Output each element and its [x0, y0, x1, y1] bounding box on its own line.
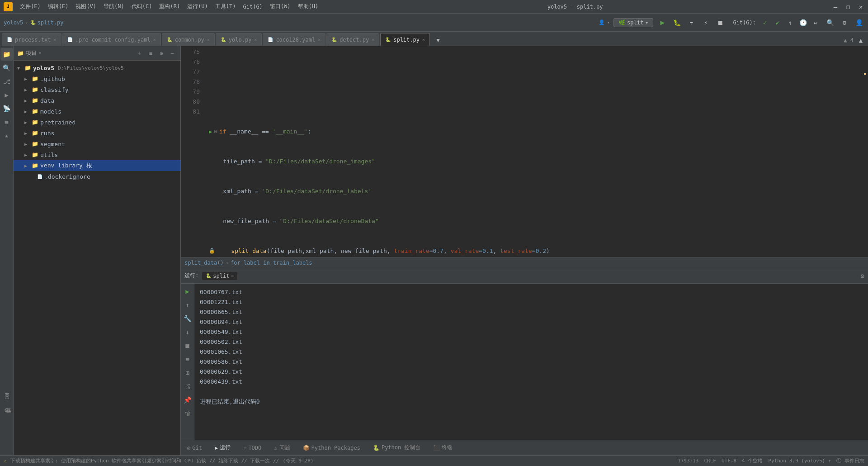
tab-split-py[interactable]: 🐍 split.py ✕ — [380, 33, 430, 46]
tab-close-yolo[interactable]: ✕ — [254, 37, 257, 42]
sidebar-git-icon[interactable]: ⎇ — [0, 75, 13, 88]
run-gutter-icon[interactable]: ▶ — [209, 127, 212, 137]
tab-more-button[interactable]: ▼ — [433, 35, 443, 46]
tree-item-github[interactable]: ▶ 📁 .github — [14, 73, 180, 84]
run-stop-button[interactable]: ■ — [182, 340, 193, 352]
debug-button[interactable]: 🐛 — [671, 17, 682, 28]
bottom-tab-problems[interactable]: ⚠ 问题 — [271, 442, 292, 453]
tab-close-detect[interactable]: ✕ — [372, 37, 374, 42]
coverage-button[interactable]: ☂ — [686, 17, 697, 28]
run-wrench-button[interactable]: 🔧 — [182, 313, 193, 324]
menu-run[interactable]: 运行(U) — [187, 3, 208, 10]
git-check-icon[interactable]: ✓ — [760, 17, 770, 28]
sidebar-project-icon[interactable]: 📁 — [0, 48, 13, 61]
sidebar-structure-icon[interactable]: ≡ — [0, 116, 13, 128]
code-editor[interactable]: ▶ ⊟ if __name__ == '__main__' : file_pat… — [203, 46, 862, 257]
status-indent[interactable]: 4 个空格 — [742, 457, 763, 464]
menu-help[interactable]: 帮助(H) — [298, 3, 319, 10]
tree-item-models[interactable]: ▶ 📁 models — [14, 106, 180, 117]
tab-precommit[interactable]: 📄 .pre-commit-config.yaml ✕ — [62, 33, 161, 46]
tree-add-button[interactable]: + — [135, 49, 144, 58]
tree-dropdown-icon[interactable]: ▾ — [38, 50, 42, 56]
git-revert-icon[interactable]: ↩ — [810, 17, 821, 28]
run-tab-close[interactable]: ✕ — [231, 273, 234, 278]
settings-button[interactable]: ⚙ — [839, 17, 850, 28]
tab-close-coco[interactable]: ✕ — [318, 37, 321, 42]
tree-item-runs[interactable]: ▶ 📁 runs — [14, 128, 180, 138]
branch-button[interactable]: 🌿 split ▾ — [613, 18, 653, 27]
bottom-tab-terminal[interactable]: ⬛ 终端 — [430, 442, 455, 453]
menu-nav[interactable]: 导航(N) — [104, 3, 124, 10]
tab-close-split[interactable]: ✕ — [422, 37, 425, 42]
tab-yolo-py[interactable]: 🐍 yolo.py ✕ — [216, 33, 262, 46]
git-history-icon[interactable]: 🕐 — [797, 17, 808, 28]
sidebar-remote-icon[interactable]: 📡 — [0, 102, 13, 115]
tab-common-py[interactable]: 🐍 common.py ✕ — [162, 33, 215, 46]
run-play-button[interactable]: ▶ — [182, 285, 193, 297]
run-pin-button[interactable]: 📌 — [182, 394, 193, 406]
close-button[interactable]: ✕ — [857, 3, 864, 10]
menu-edit[interactable]: 编辑(E) — [48, 3, 69, 10]
tree-item-segment[interactable]: ▶ 📁 segment — [14, 138, 180, 149]
git-tick-icon[interactable]: ✔ — [772, 17, 783, 28]
tree-item-pretrained[interactable]: ▶ 📁 pretrained — [14, 117, 180, 128]
menu-file[interactable]: 文件(E) — [20, 3, 41, 10]
sidebar-favorites-icon[interactable]: ★ — [0, 129, 13, 142]
bottom-tab-todo[interactable]: ≡ TODO — [241, 443, 264, 453]
run-button[interactable]: ▶ — [657, 17, 668, 28]
bottom-tab-run[interactable]: ▶ 运行 — [212, 442, 233, 453]
bottom-tab-packages[interactable]: 📦 Python Packages — [300, 443, 363, 453]
tree-item-utils[interactable]: ▶ 📁 utils — [14, 149, 180, 160]
status-warning-text[interactable]: 下载预构建共享索引: 使用预构建的Python 软件包共享索引减少索引时间和 C… — [10, 457, 279, 464]
status-python[interactable]: Python 3.9 (yolov5) ↑ — [768, 458, 831, 464]
tab-close-process[interactable]: ✕ — [53, 37, 56, 42]
tree-settings-button[interactable]: ⚙ — [157, 49, 166, 58]
sidebar-database-icon[interactable]: 🗄 — [0, 390, 13, 403]
sidebar-settings-icon2[interactable]: ⚙ — [0, 404, 13, 416]
run-sort-button[interactable]: ≡ — [182, 353, 193, 365]
breadcrumb-fn[interactable]: split_data() — [184, 260, 224, 266]
bottom-tab-console[interactable]: 🐍 Python 控制台 — [370, 442, 424, 453]
menu-git[interactable]: Git(G) — [243, 4, 263, 10]
breadcrumb-file[interactable]: split.py — [38, 19, 64, 26]
run-tab-split[interactable]: 🐍 split ✕ — [202, 272, 237, 280]
bottom-tab-git[interactable]: ◎ Git — [184, 443, 205, 453]
menu-view[interactable]: 视图(V) — [75, 3, 96, 10]
tab-coco128[interactable]: 📄 coco128.yaml ✕ — [263, 33, 326, 46]
run-print-button[interactable]: 🖨 — [182, 380, 193, 392]
breadcrumb-project[interactable]: yolov5 — [4, 19, 23, 26]
menu-window[interactable]: 窗口(W) — [270, 3, 291, 10]
run-up-button[interactable]: ↑ — [182, 299, 193, 311]
profile-icon-button[interactable]: 👤 — [854, 17, 864, 28]
tab-process-txt[interactable]: 📄 process.txt ✕ — [2, 33, 61, 46]
git-push-icon[interactable]: ↑ — [785, 17, 796, 28]
status-position[interactable]: 1793:13 — [678, 458, 698, 464]
run-settings-button[interactable]: ⚙ — [861, 272, 864, 280]
run-trash-button[interactable]: 🗑 — [182, 408, 193, 419]
tree-item-classify[interactable]: ▶ 📁 classify — [14, 84, 180, 95]
sidebar-run-debug-icon[interactable]: ▶ — [0, 89, 13, 101]
sidebar-search-icon[interactable]: 🔍 — [0, 62, 13, 74]
expand-button[interactable]: ▲ — [855, 35, 866, 46]
profile-button[interactable]: ⚡ — [700, 17, 711, 28]
tree-collapse-button[interactable]: ≡ — [146, 49, 155, 58]
tab-detect-py[interactable]: 🐍 detect.py ✕ — [326, 33, 379, 46]
menu-refactor[interactable]: 重构(R) — [159, 3, 180, 10]
tree-close-button[interactable]: — — [168, 49, 177, 58]
run-layout-button[interactable]: ⊞ — [182, 367, 193, 379]
tab-close-precommit[interactable]: ✕ — [153, 37, 156, 42]
run-down-button[interactable]: ↓ — [182, 326, 193, 338]
search-toolbar-button[interactable]: 🔍 — [825, 17, 835, 28]
status-encoding[interactable]: UTF-8 — [722, 458, 736, 464]
tab-close-common[interactable]: ✕ — [207, 37, 210, 42]
minimize-button[interactable]: — — [832, 3, 839, 10]
status-events[interactable]: ① 事件日志 — [836, 457, 864, 464]
status-line-ending[interactable]: CRLF — [704, 458, 716, 464]
tree-item-data[interactable]: ▶ 📁 data — [14, 95, 180, 106]
stop-button[interactable]: ⏹ — [715, 17, 726, 28]
menu-code[interactable]: 代码(C) — [132, 3, 152, 10]
menu-tools[interactable]: 工具(T) — [215, 3, 236, 10]
tree-item-dockerignore[interactable]: 📄 .dockerignore — [14, 171, 180, 182]
tree-root[interactable]: ▼ 📁 yolov5 D:\Files\yolov5\yolov5 — [14, 62, 180, 73]
tree-item-venv[interactable]: ▶ 📁 venv library 根 — [14, 160, 180, 171]
